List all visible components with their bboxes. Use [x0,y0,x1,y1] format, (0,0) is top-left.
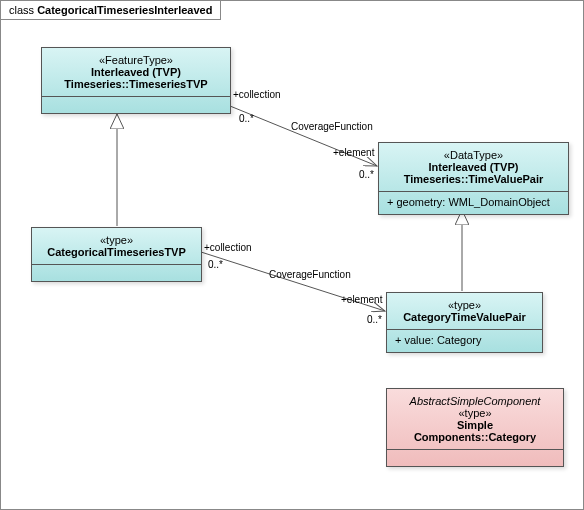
role-collection-1: +collection [233,89,281,100]
class-name-label: CategoricalTimeseriesTVP [40,246,193,258]
class-name-label: Interleaved (TVP) Timeseries::Timeseries… [50,66,222,90]
class-name-label: CategoryTimeValuePair [395,311,534,323]
class-timeseries-tvp[interactable]: «FeatureType» Interleaved (TVP) Timeseri… [41,47,231,114]
class-compartment [387,449,563,466]
attribute-row: + geometry: WML_DomainObject [379,191,568,214]
assoc-name-2: CoverageFunction [269,269,351,280]
mult-collection-2: 0..* [208,259,223,270]
assoc-name-1: CoverageFunction [291,121,373,132]
mult-element-1: 0..* [359,169,374,180]
diagram-canvas: class CategoricalTimeseriesInterleaved «… [0,0,584,510]
class-header: «FeatureType» Interleaved (TVP) Timeseri… [42,48,230,96]
title-keyword: class [9,4,37,16]
stereotype-label: «DataType» [387,149,560,161]
class-header: «DataType» Interleaved (TVP) Timeseries:… [379,143,568,191]
diagram-title: CategoricalTimeseriesInterleaved [37,4,212,16]
class-header: «type» CategoricalTimeseriesTVP [32,228,201,264]
role-collection-2: +collection [204,242,252,253]
role-element-2: +element [341,294,382,305]
diagram-title-tab: class CategoricalTimeseriesInterleaved [1,1,221,20]
class-category-time-value-pair[interactable]: «type» CategoryTimeValuePair + value: Ca… [386,292,543,353]
class-time-value-pair[interactable]: «DataType» Interleaved (TVP) Timeseries:… [378,142,569,215]
class-header: AbstractSimpleComponent «type» Simple Co… [387,389,563,449]
attribute-row: + value: Category [387,329,542,352]
class-compartment [42,96,230,113]
class-header: «type» CategoryTimeValuePair [387,293,542,329]
stereotype-label: «type» [395,407,555,419]
stereotype-label: «FeatureType» [50,54,222,66]
mult-element-2: 0..* [367,314,382,325]
class-simple-components-category[interactable]: AbstractSimpleComponent «type» Simple Co… [386,388,564,467]
class-name-label: Simple Components::Category [395,419,555,443]
stereotype-label: «type» [40,234,193,246]
stereotype-label: «type» [395,299,534,311]
class-compartment [32,264,201,281]
role-element-1: +element [333,147,374,158]
mult-collection-1: 0..* [239,113,254,124]
class-categorical-timeseries-tvp[interactable]: «type» CategoricalTimeseriesTVP [31,227,202,282]
top-label: AbstractSimpleComponent [395,395,555,407]
class-name-label: Interleaved (TVP) Timeseries::TimeValueP… [387,161,560,185]
